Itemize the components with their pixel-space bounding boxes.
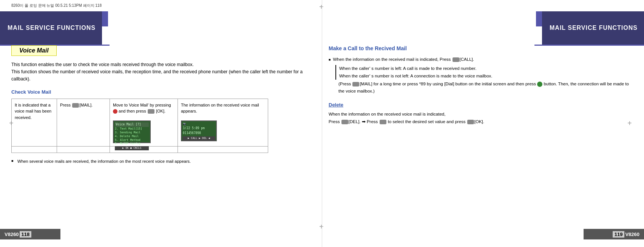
ok-button [148, 109, 154, 114]
bullet-voice-mail-note: When several voice mails are received, t… [11, 158, 314, 165]
delete-text: When the information on the received voi… [329, 111, 631, 125]
left-page-model: V8260 [5, 232, 19, 237]
left-page-number: 118 [20, 231, 32, 238]
right-page-model: V8260 [625, 232, 639, 237]
left-page-content: Voice Mail This function enables the use… [11, 45, 314, 165]
step-table: It is indicated that a voice mail has be… [11, 99, 268, 153]
screen-mock-2: 📷 3/22 5:89 pm 0114567898 ▶ CALL ▶ DEL ◀ [181, 120, 217, 141]
right-banner-tab [536, 11, 542, 26]
step-cell-2: Press [MAIL]. [57, 99, 110, 147]
nav-button-del [380, 120, 386, 124]
bullet-icon-1: ■ [329, 57, 330, 62]
mail-button [72, 103, 79, 108]
page-divider [322, 0, 322, 247]
left-banner-title: MAIL SERVICE FUNCTIONS [8, 24, 96, 32]
right-page-number: 119 [613, 231, 625, 238]
left-header-banner: MAIL SERVICE FUNCTIONS [0, 11, 102, 45]
page-bar-right: 119 V8260 [584, 229, 644, 239]
crosshair-top-center [319, 5, 327, 12]
step-cell-4: The information on the received voice ma… [178, 99, 268, 147]
printer-info: 8260이 폴 로잉 문메 뉴얼 00.5.21 5:13PM 페이지 118 [11, 3, 102, 8]
make-call-heading: Make a Call to the Recived Mail [329, 45, 631, 51]
connect-button [537, 82, 542, 87]
check-voice-mail-heading: Check Voice Mail [11, 89, 314, 95]
bracket-item-2: When the caller' s number is not left: A… [339, 73, 631, 80]
bracket-item-1: When the caller' s number is left: A cal… [339, 65, 631, 73]
step-cell-3: Move to Voice Mail' by pressing and then… [110, 99, 178, 147]
page-bar-left: V8260 118 [0, 229, 60, 239]
step-cell-1: It is indicated that a voice mail has be… [12, 99, 57, 147]
ok-button-del [467, 120, 474, 124]
voice-mail-heading: Voice Mail [11, 45, 57, 56]
nav-button [113, 109, 117, 114]
indent-note: (Press [MAIL] for a long time or press *… [338, 80, 631, 94]
step-row-bottom [12, 147, 268, 153]
bullet-text-1: When the information on the received mai… [333, 56, 474, 63]
intro-text-1: This function enables the user to check … [11, 61, 314, 83]
delete-heading: Delete [329, 102, 631, 108]
screen-mock-1: Voice Mail [?] 2. Text Mail[15] 3. Sendi… [113, 120, 151, 143]
crosshair-bottom-center [319, 224, 327, 232]
bracket-section: When the caller' s number is left: A cal… [335, 65, 631, 80]
del-button [341, 120, 348, 124]
right-page-content: Make a Call to the Recived Mail ■ When t… [329, 45, 631, 125]
mail-button-right [352, 82, 359, 86]
left-banner-tab [102, 11, 108, 26]
call-button [452, 57, 459, 62]
screen2-bar: ▶ CALL ▶ DEL ◀ [182, 136, 215, 140]
bullet-item-call: ■ When the information on the received m… [329, 56, 631, 63]
step-row-top: It is indicated that a voice mail has be… [12, 99, 268, 147]
right-banner-title: MAIL SERVICE FUNCTIONS [550, 24, 638, 32]
right-header-banner: MAIL SERVICE FUNCTIONS [542, 11, 644, 45]
